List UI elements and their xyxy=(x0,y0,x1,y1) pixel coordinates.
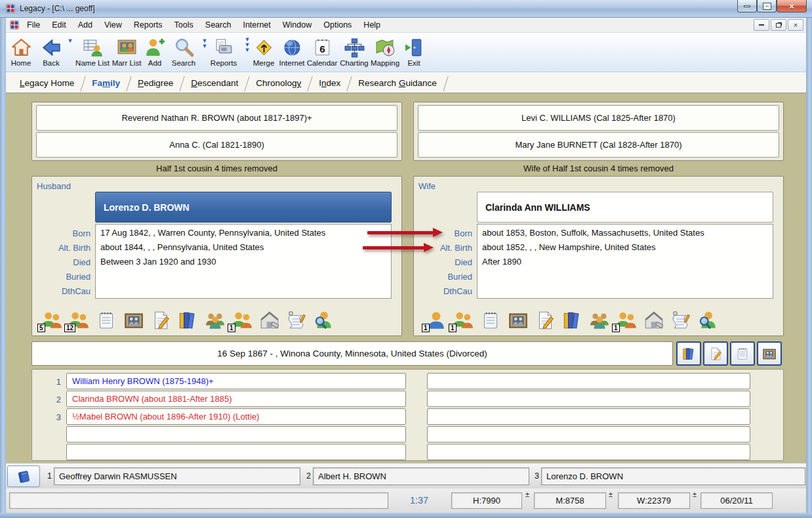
child-row-2[interactable]: Clarinda BROWN (about 1881-After 1885) xyxy=(66,391,406,407)
tab-descendant[interactable]: Descendant xyxy=(182,75,247,93)
bookmark-2-name[interactable]: Albert H. BROWN xyxy=(313,467,529,485)
wife-died-value[interactable]: After 1890 xyxy=(477,255,773,269)
husband-alt-birth-value[interactable]: about 1844, , , Pennsylvania, United Sta… xyxy=(96,240,391,255)
maximize-button[interactable] xyxy=(757,0,777,12)
wife-research-button[interactable] xyxy=(697,309,719,332)
tab-family[interactable]: Family xyxy=(83,75,129,93)
wife-sources-button[interactable] xyxy=(561,309,583,332)
wife-dthcau-value[interactable] xyxy=(477,284,773,298)
wife-notes-button[interactable] xyxy=(479,309,502,332)
wife-father-button[interactable]: Levi C. WILLIAMS (Cal 1825-After 1870) xyxy=(418,105,779,131)
husband-siblings-button[interactable] xyxy=(204,309,226,332)
bookmark-1-name[interactable]: Geoffrey Darwin RASMUSSEN xyxy=(54,467,300,485)
minimize-button[interactable] xyxy=(737,0,757,12)
child-row-5[interactable] xyxy=(66,444,406,460)
toolbar-home-button[interactable]: Home xyxy=(6,37,36,67)
child-row-right-2[interactable] xyxy=(427,391,750,407)
wife-children-button[interactable]: 1 xyxy=(425,309,447,332)
tab-research-guidance[interactable]: Research Guidance xyxy=(350,75,445,93)
menu-internet[interactable]: Internet xyxy=(237,18,276,33)
wife-mother-button[interactable]: Mary Jane BURNETT (Cal 1828-After 1870) xyxy=(418,132,779,158)
menu-add[interactable]: Add xyxy=(72,18,98,33)
menu-options[interactable]: Options xyxy=(317,18,357,33)
toolbar-internet-button[interactable]: Internet xyxy=(276,37,308,67)
husband-notes-button[interactable] xyxy=(95,309,117,332)
toolbar-search-button[interactable]: Search xyxy=(167,37,201,67)
marriage-sources-button[interactable] xyxy=(676,341,701,366)
tab-index[interactable]: Index xyxy=(310,75,349,93)
marriage-pictures-button[interactable] xyxy=(757,341,782,366)
toolbar-reports-button[interactable]: Reports xyxy=(204,37,243,67)
stepper-husband[interactable]: ± xyxy=(525,490,529,498)
child-row-right-3[interactable] xyxy=(427,408,750,425)
wife-name-bar[interactable]: Clarinda Ann WILLIAMS xyxy=(477,192,773,223)
toolbar-merge-button[interactable]: Merge xyxy=(249,37,278,67)
menu-window[interactable]: Window xyxy=(277,18,317,33)
wife-spouses-button[interactable]: 1 xyxy=(615,309,638,332)
stepper-marriage[interactable]: ± xyxy=(609,490,613,498)
toolbar-add-button[interactable]: Add xyxy=(142,37,168,67)
menu-view[interactable]: View xyxy=(98,18,128,33)
husband-dthcau-value[interactable] xyxy=(96,284,391,298)
husband-report-button[interactable] xyxy=(150,309,172,332)
wife-report-button[interactable] xyxy=(534,309,556,332)
husband-sources-button[interactable] xyxy=(176,309,199,332)
tab-legacy-home[interactable]: Legacy Home xyxy=(11,75,83,93)
husband-died-value[interactable]: Between 3 Jan 1920 and 1930 xyxy=(96,255,391,269)
marriage-notes-button[interactable] xyxy=(730,341,755,366)
toolbar-name-list-button[interactable]: Name List xyxy=(73,37,112,67)
child-row-4[interactable] xyxy=(66,426,406,442)
husband-buried-value[interactable] xyxy=(96,269,391,284)
husband-events-button[interactable]: 12 xyxy=(68,309,90,332)
wife-buried-value[interactable] xyxy=(477,269,773,284)
child-row-right-4[interactable] xyxy=(427,426,750,442)
toolbar-mapping-button[interactable]: Mapping xyxy=(368,37,402,67)
child-row-right-5[interactable] xyxy=(427,444,750,460)
child-row-1[interactable]: William Henry BROWN (1875-1948)+ xyxy=(66,373,406,389)
menu-reports[interactable]: Reports xyxy=(128,18,169,33)
status-wife-rin[interactable]: W:22379 xyxy=(618,492,690,509)
wife-todo-button[interactable] xyxy=(670,309,692,332)
menu-tools[interactable]: Tools xyxy=(169,18,199,33)
wife-address-button[interactable] xyxy=(643,309,665,332)
toolbar-calendar-button[interactable]: 6 Calendar xyxy=(305,37,339,67)
status-husband-rin[interactable]: H:7990 xyxy=(451,492,522,509)
mdi-close-button[interactable]: × xyxy=(788,19,803,31)
tab-chronology[interactable]: Chronology xyxy=(247,75,310,93)
wife-siblings-button[interactable] xyxy=(588,309,611,332)
menu-file[interactable]: File xyxy=(21,18,46,33)
child-row-3[interactable]: ½Mabel BROWN (about 1896-After 1910) (Lo… xyxy=(66,408,406,425)
husband-address-button[interactable] xyxy=(258,309,281,332)
tab-pedigree[interactable]: Pedigree xyxy=(129,75,182,93)
wife-born-value[interactable]: about 1853, Boston, Suffolk, Massachuset… xyxy=(477,226,773,240)
husband-todo-button[interactable] xyxy=(285,309,308,332)
husband-born-value[interactable]: 17 Aug 1842, , Warren County, Pennsylvan… xyxy=(96,226,391,240)
menu-help[interactable]: Help xyxy=(357,18,386,33)
status-date[interactable]: 06/20/11 xyxy=(700,492,773,509)
wife-pictures-button[interactable] xyxy=(507,309,529,332)
wife-events-button[interactable]: 1 xyxy=(452,309,474,332)
toolbar-exit-button[interactable]: Exit xyxy=(401,37,427,67)
mdi-restore-button[interactable] xyxy=(771,19,786,31)
menu-search[interactable]: Search xyxy=(199,18,237,33)
status-marriage-rin[interactable]: M:8758 xyxy=(534,492,606,509)
toolbar-marr-list-button[interactable]: Marr List xyxy=(108,37,145,67)
close-button[interactable]: × xyxy=(777,0,807,12)
husband-children-button[interactable]: 5 xyxy=(41,309,63,332)
husband-father-button[interactable]: Reverend Nathan R. BROWN (about 1817-189… xyxy=(36,105,397,131)
stepper-wife[interactable]: ± xyxy=(693,490,697,498)
mdi-minimize-button[interactable] xyxy=(754,19,769,31)
husband-name-bar[interactable]: Lorenzo D. BROWN xyxy=(95,192,392,223)
bookmark-3-name[interactable]: Lorenzo D. BROWN xyxy=(541,467,805,485)
child-row-right-1[interactable] xyxy=(427,373,750,389)
husband-research-button[interactable] xyxy=(312,309,335,332)
menu-edit[interactable]: Edit xyxy=(46,18,72,33)
toolbar-back-button[interactable]: Back xyxy=(36,37,66,67)
wife-alt-birth-value[interactable]: about 1852, , , New Hampshire, United St… xyxy=(477,240,773,255)
husband-mother-button[interactable]: Anna C. (Cal 1821-1890) xyxy=(36,132,397,158)
husband-spouses-button[interactable]: 1 xyxy=(231,309,253,332)
toolbar-charting-button[interactable]: Charting xyxy=(337,37,371,67)
husband-pictures-button[interactable] xyxy=(123,309,145,332)
bookmark-book-button[interactable] xyxy=(7,465,40,487)
marriage-report-button[interactable] xyxy=(703,341,728,366)
